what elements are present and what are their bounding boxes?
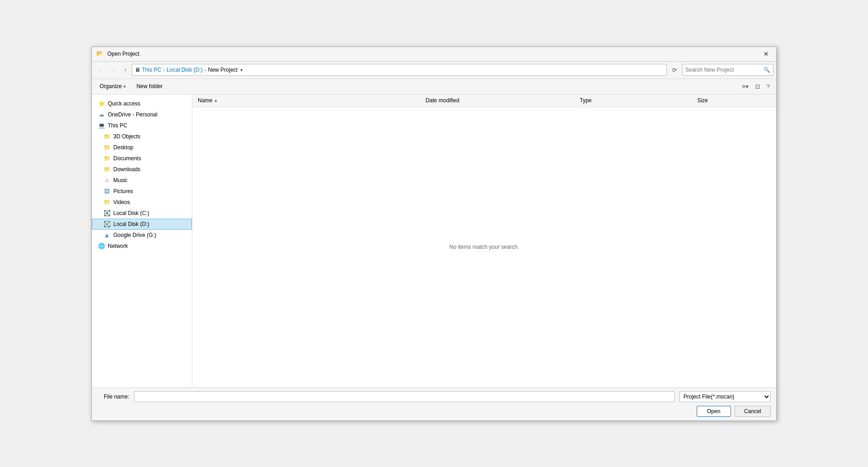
sidebar-item-downloads[interactable]: 📁 Downloads <box>92 164 192 175</box>
sort-arrow-icon: ▲ <box>214 98 218 103</box>
sidebar-item-label: Music <box>113 177 188 184</box>
back-button[interactable]: ← <box>95 65 106 75</box>
col-type-label: Type <box>580 97 592 104</box>
google-drive-icon: ▲ <box>103 231 111 239</box>
filename-row: File name: Project File(*.mscan) <box>97 391 771 402</box>
local-disk-d-icon: 💽 <box>103 220 111 228</box>
main-pane: Name ▲ Date modified Type Size No items … <box>192 94 776 387</box>
3d-objects-icon: 📁 <box>103 133 111 140</box>
new-folder-button[interactable]: New folder <box>132 81 167 91</box>
sidebar-item-local-disk-d[interactable]: 💽 Local Disk (D:) <box>92 219 192 230</box>
breadcrumb-new-project: New Project <box>208 67 238 73</box>
sidebar-item-pictures[interactable]: 🖼 Pictures <box>92 186 192 197</box>
bottom-bar: File name: Project File(*.mscan) Open Ca… <box>92 387 776 420</box>
organize-label: Organize <box>100 83 122 89</box>
sidebar-item-label: 3D Objects <box>113 133 188 140</box>
forward-button[interactable]: → <box>108 65 119 75</box>
cancel-button[interactable]: Cancel <box>735 406 771 417</box>
sidebar-item-label: This PC <box>108 122 188 129</box>
music-icon: ♫ <box>103 177 111 184</box>
sidebar-item-google-drive[interactable]: ▲ Google Drive (G:) <box>92 230 192 241</box>
col-date-label: Date modified <box>425 97 459 104</box>
nav-bar: ← → ↑ 🖥 This PC › Local Disk (D:) › New … <box>92 62 776 79</box>
sidebar-item-label: Local Disk (D:) <box>113 221 188 227</box>
sidebar-item-network[interactable]: 🌐 Network <box>92 241 192 252</box>
breadcrumb-this-pc[interactable]: This PC <box>142 67 162 73</box>
dialog-title: Open Project <box>107 51 139 57</box>
open-project-dialog: 📂 Open Project ✕ ← → ↑ 🖥 This PC › Local… <box>91 47 777 421</box>
network-icon: 🌐 <box>98 242 105 250</box>
search-box: 🔍 <box>682 64 773 76</box>
toolbar-right: ≡▾ ⊡ ? <box>739 82 773 91</box>
toolbar: Organize ▾ New folder ≡▾ ⊡ ? <box>92 79 776 94</box>
sidebar-item-this-pc[interactable]: 💻 This PC <box>92 120 192 131</box>
breadcrumb-local-disk-d[interactable]: Local Disk (D:) <box>167 67 203 73</box>
filename-label: File name: <box>97 394 129 400</box>
col-header-size[interactable]: Size <box>693 95 774 105</box>
documents-icon: 📁 <box>103 155 111 162</box>
sidebar-item-label: Videos <box>113 199 188 205</box>
sidebar-item-label: OneDrive - Personal <box>108 111 188 118</box>
organize-button[interactable]: Organize ▾ <box>95 81 130 91</box>
sidebar-item-3d-objects[interactable]: 📁 3D Objects <box>92 131 192 142</box>
sidebar-item-label: Google Drive (G:) <box>113 232 188 238</box>
sidebar-item-videos[interactable]: 📁 Videos <box>92 197 192 208</box>
videos-icon: 📁 <box>103 199 111 206</box>
breadcrumb-dropdown[interactable]: ▾ <box>239 66 244 74</box>
sidebar-item-music[interactable]: ♫ Music <box>92 175 192 186</box>
title-bar: 📂 Open Project ✕ <box>92 47 776 62</box>
empty-message: No items match your search. <box>450 244 519 250</box>
sidebar-item-label: Quick access <box>108 100 188 107</box>
col-header-date-modified[interactable]: Date modified <box>422 95 576 105</box>
close-button[interactable]: ✕ <box>761 49 772 58</box>
help-button[interactable]: ? <box>764 82 773 91</box>
pictures-icon: 🖼 <box>103 188 111 195</box>
up-button[interactable]: ↑ <box>121 65 130 75</box>
new-folder-label: New folder <box>137 83 163 89</box>
view-list-button[interactable]: ≡▾ <box>739 82 752 91</box>
action-buttons-row: Open Cancel <box>97 406 771 417</box>
sidebar-item-quick-access[interactable]: ⭐ Quick access <box>92 98 192 109</box>
this-pc-icon: 💻 <box>98 122 105 129</box>
sidebar-item-label: Downloads <box>113 166 188 173</box>
organize-dropdown-icon: ▾ <box>123 84 126 89</box>
refresh-button[interactable]: ⟳ <box>669 65 680 75</box>
sidebar-item-onedrive[interactable]: ☁ OneDrive - Personal <box>92 109 192 120</box>
col-name-label: Name <box>198 97 212 104</box>
sidebar-item-label: Documents <box>113 155 188 162</box>
dialog-icon: 📂 <box>96 50 104 58</box>
sidebar-item-label: Pictures <box>113 188 188 194</box>
quick-access-icon: ⭐ <box>98 100 105 107</box>
file-list: No items match your search. <box>192 107 776 387</box>
pc-breadcrumb-icon: 🖥 <box>135 67 140 73</box>
preview-pane-button[interactable]: ⊡ <box>752 82 763 91</box>
title-bar-left: 📂 Open Project <box>96 50 139 58</box>
content-area: ⭐ Quick access ☁ OneDrive - Personal 💻 T… <box>92 94 776 387</box>
sidebar-item-desktop[interactable]: 📁 Desktop <box>92 142 192 153</box>
filename-input[interactable] <box>134 391 675 402</box>
search-input[interactable] <box>683 66 761 74</box>
col-header-name[interactable]: Name ▲ <box>194 95 422 105</box>
sidebar-item-label: Local Disk (C:) <box>113 210 188 216</box>
breadcrumb-bar: 🖥 This PC › Local Disk (D:) › New Projec… <box>132 64 667 76</box>
onedrive-icon: ☁ <box>98 111 105 118</box>
search-button[interactable]: 🔍 <box>761 66 773 74</box>
column-headers: Name ▲ Date modified Type Size <box>192 94 776 107</box>
sidebar-item-documents[interactable]: 📁 Documents <box>92 153 192 164</box>
filetype-select[interactable]: Project File(*.mscan) <box>679 391 771 402</box>
sidebar-item-local-disk-c[interactable]: 💽 Local Disk (C:) <box>92 208 192 219</box>
local-disk-c-icon: 💽 <box>103 210 111 217</box>
sidebar: ⭐ Quick access ☁ OneDrive - Personal 💻 T… <box>92 94 192 387</box>
col-header-type[interactable]: Type <box>576 95 693 105</box>
desktop-icon: 📁 <box>103 144 111 151</box>
sidebar-item-label: Network <box>108 243 188 249</box>
downloads-icon: 📁 <box>103 166 111 173</box>
open-button[interactable]: Open <box>697 406 731 417</box>
col-size-label: Size <box>697 97 708 104</box>
sidebar-item-label: Desktop <box>113 144 188 151</box>
